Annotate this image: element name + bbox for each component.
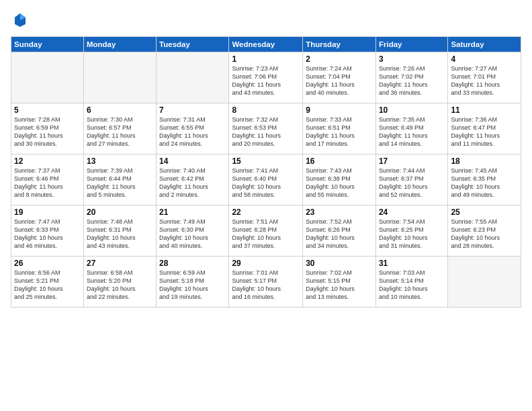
day-number: 30 <box>306 259 373 268</box>
calendar-cell: 28Sunrise: 6:59 AM Sunset: 5:18 PM Dayli… <box>157 257 229 308</box>
calendar-cell <box>448 257 521 308</box>
calendar-cell <box>157 52 229 103</box>
day-number: 14 <box>159 156 226 166</box>
calendar-cell: 12Sunrise: 7:37 AM Sunset: 6:46 PM Dayli… <box>11 154 84 205</box>
calendar-cell: 31Sunrise: 7:03 AM Sunset: 5:14 PM Dayli… <box>375 257 447 308</box>
day-number: 20 <box>87 208 153 217</box>
day-info: Sunrise: 7:26 AM Sunset: 7:02 PM Dayligh… <box>379 64 445 97</box>
day-info: Sunrise: 7:48 AM Sunset: 6:31 PM Dayligh… <box>87 218 153 250</box>
day-info: Sunrise: 6:59 AM Sunset: 5:18 PM Dayligh… <box>159 269 226 302</box>
day-info: Sunrise: 7:45 AM Sunset: 6:35 PM Dayligh… <box>451 167 518 199</box>
header <box>11 11 521 30</box>
day-info: Sunrise: 6:58 AM Sunset: 5:20 PM Dayligh… <box>87 269 153 302</box>
calendar-cell: 7Sunrise: 7:31 AM Sunset: 6:55 PM Daylig… <box>157 103 229 154</box>
day-info: Sunrise: 7:03 AM Sunset: 5:14 PM Dayligh… <box>379 269 445 302</box>
calendar-cell: 6Sunrise: 7:30 AM Sunset: 6:57 PM Daylig… <box>83 103 156 154</box>
weekday-monday: Monday <box>83 37 156 52</box>
logo <box>11 11 32 30</box>
day-info: Sunrise: 7:55 AM Sunset: 6:23 PM Dayligh… <box>451 218 518 250</box>
calendar-week-2: 5Sunrise: 7:28 AM Sunset: 6:59 PM Daylig… <box>11 103 521 154</box>
day-number: 6 <box>87 105 153 115</box>
day-number: 2 <box>306 54 373 64</box>
day-number: 10 <box>379 105 445 115</box>
day-info: Sunrise: 7:49 AM Sunset: 6:30 PM Dayligh… <box>159 218 226 250</box>
calendar-cell: 14Sunrise: 7:40 AM Sunset: 6:42 PM Dayli… <box>157 154 229 205</box>
weekday-header-row: SundayMondayTuesdayWednesdayThursdayFrid… <box>11 37 521 52</box>
calendar-cell: 2Sunrise: 7:24 AM Sunset: 7:04 PM Daylig… <box>303 52 376 103</box>
day-number: 11 <box>451 105 518 115</box>
calendar-cell: 11Sunrise: 7:36 AM Sunset: 6:47 PM Dayli… <box>448 103 521 154</box>
calendar-cell: 23Sunrise: 7:52 AM Sunset: 6:26 PM Dayli… <box>303 205 376 257</box>
calendar-cell: 26Sunrise: 6:56 AM Sunset: 5:21 PM Dayli… <box>11 257 84 308</box>
day-number: 4 <box>451 54 518 64</box>
day-info: Sunrise: 7:41 AM Sunset: 6:40 PM Dayligh… <box>232 167 300 199</box>
calendar-body: 1Sunrise: 7:23 AM Sunset: 7:06 PM Daylig… <box>11 52 521 308</box>
calendar-cell: 24Sunrise: 7:54 AM Sunset: 6:25 PM Dayli… <box>375 205 447 257</box>
calendar-cell <box>83 52 156 103</box>
calendar-cell: 19Sunrise: 7:47 AM Sunset: 6:33 PM Dayli… <box>11 205 84 257</box>
calendar-cell: 25Sunrise: 7:55 AM Sunset: 6:23 PM Dayli… <box>448 205 521 257</box>
day-info: Sunrise: 7:23 AM Sunset: 7:06 PM Dayligh… <box>232 64 300 97</box>
day-number: 12 <box>14 156 81 166</box>
day-number: 9 <box>306 105 373 115</box>
calendar-cell <box>11 52 84 103</box>
calendar-cell: 16Sunrise: 7:43 AM Sunset: 6:38 PM Dayli… <box>303 154 376 205</box>
day-number: 27 <box>87 259 153 268</box>
calendar-week-3: 12Sunrise: 7:37 AM Sunset: 6:46 PM Dayli… <box>11 154 521 205</box>
calendar-cell: 3Sunrise: 7:26 AM Sunset: 7:02 PM Daylig… <box>375 52 447 103</box>
day-info: Sunrise: 7:43 AM Sunset: 6:38 PM Dayligh… <box>306 167 373 199</box>
day-info: Sunrise: 7:01 AM Sunset: 5:17 PM Dayligh… <box>232 269 300 302</box>
day-info: Sunrise: 7:32 AM Sunset: 6:53 PM Dayligh… <box>232 116 300 148</box>
calendar-cell: 17Sunrise: 7:44 AM Sunset: 6:37 PM Dayli… <box>375 154 447 205</box>
day-info: Sunrise: 7:47 AM Sunset: 6:33 PM Dayligh… <box>14 218 81 250</box>
calendar-cell: 15Sunrise: 7:41 AM Sunset: 6:40 PM Dayli… <box>229 154 303 205</box>
calendar-week-5: 26Sunrise: 6:56 AM Sunset: 5:21 PM Dayli… <box>11 257 521 308</box>
weekday-wednesday: Wednesday <box>229 37 303 52</box>
day-info: Sunrise: 7:54 AM Sunset: 6:25 PM Dayligh… <box>379 218 445 250</box>
day-info: Sunrise: 7:51 AM Sunset: 6:28 PM Dayligh… <box>232 218 300 250</box>
day-info: Sunrise: 7:31 AM Sunset: 6:55 PM Dayligh… <box>159 116 226 148</box>
calendar-table: SundayMondayTuesdayWednesdayThursdayFrid… <box>11 36 521 308</box>
calendar-cell: 9Sunrise: 7:33 AM Sunset: 6:51 PM Daylig… <box>303 103 376 154</box>
day-number: 18 <box>451 156 518 166</box>
day-number: 29 <box>232 259 300 268</box>
day-number: 5 <box>14 105 81 115</box>
day-number: 17 <box>379 156 445 166</box>
calendar-cell: 18Sunrise: 7:45 AM Sunset: 6:35 PM Dayli… <box>448 154 521 205</box>
calendar-cell: 27Sunrise: 6:58 AM Sunset: 5:20 PM Dayli… <box>83 257 156 308</box>
weekday-friday: Friday <box>375 37 447 52</box>
day-info: Sunrise: 7:24 AM Sunset: 7:04 PM Dayligh… <box>306 64 373 97</box>
weekday-thursday: Thursday <box>303 37 376 52</box>
day-number: 1 <box>232 54 300 64</box>
calendar-week-4: 19Sunrise: 7:47 AM Sunset: 6:33 PM Dayli… <box>11 205 521 257</box>
day-number: 25 <box>451 208 518 217</box>
day-info: Sunrise: 7:02 AM Sunset: 5:15 PM Dayligh… <box>306 269 373 302</box>
logo-icon <box>11 11 30 30</box>
weekday-tuesday: Tuesday <box>157 37 229 52</box>
calendar-week-1: 1Sunrise: 7:23 AM Sunset: 7:06 PM Daylig… <box>11 52 521 103</box>
day-number: 7 <box>159 105 226 115</box>
day-number: 13 <box>87 156 153 166</box>
day-number: 24 <box>379 208 445 217</box>
day-info: Sunrise: 7:39 AM Sunset: 6:44 PM Dayligh… <box>87 167 153 199</box>
calendar-cell: 20Sunrise: 7:48 AM Sunset: 6:31 PM Dayli… <box>83 205 156 257</box>
day-number: 8 <box>232 105 300 115</box>
calendar-cell: 10Sunrise: 7:35 AM Sunset: 6:49 PM Dayli… <box>375 103 447 154</box>
day-info: Sunrise: 7:36 AM Sunset: 6:47 PM Dayligh… <box>451 116 518 148</box>
day-number: 3 <box>379 54 445 64</box>
calendar-cell: 5Sunrise: 7:28 AM Sunset: 6:59 PM Daylig… <box>11 103 84 154</box>
calendar-header: SundayMondayTuesdayWednesdayThursdayFrid… <box>11 37 521 52</box>
day-number: 22 <box>232 208 300 217</box>
calendar-cell: 29Sunrise: 7:01 AM Sunset: 5:17 PM Dayli… <box>229 257 303 308</box>
calendar-cell: 4Sunrise: 7:27 AM Sunset: 7:01 PM Daylig… <box>448 52 521 103</box>
day-info: Sunrise: 7:35 AM Sunset: 6:49 PM Dayligh… <box>379 116 445 148</box>
day-number: 19 <box>14 208 81 217</box>
calendar-cell: 30Sunrise: 7:02 AM Sunset: 5:15 PM Dayli… <box>303 257 376 308</box>
day-info: Sunrise: 7:33 AM Sunset: 6:51 PM Dayligh… <box>306 116 373 148</box>
calendar-cell: 21Sunrise: 7:49 AM Sunset: 6:30 PM Dayli… <box>157 205 229 257</box>
day-number: 21 <box>159 208 226 217</box>
day-number: 31 <box>379 259 445 268</box>
day-info: Sunrise: 7:44 AM Sunset: 6:37 PM Dayligh… <box>379 167 445 199</box>
day-info: Sunrise: 7:40 AM Sunset: 6:42 PM Dayligh… <box>159 167 226 199</box>
day-info: Sunrise: 7:52 AM Sunset: 6:26 PM Dayligh… <box>306 218 373 250</box>
